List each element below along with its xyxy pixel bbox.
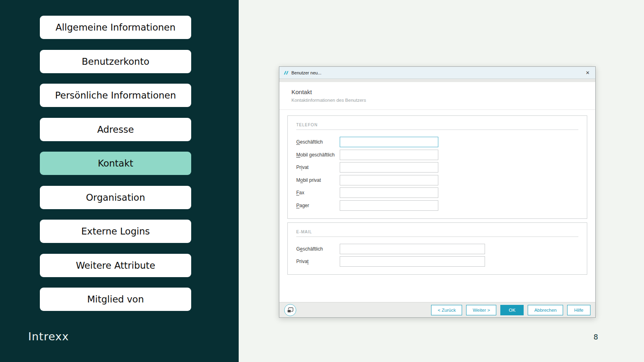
form-row: Fax (296, 187, 578, 198)
close-icon[interactable]: ✕ (584, 70, 591, 75)
input-privat-telefon[interactable] (340, 162, 438, 173)
page-subtitle: Kontaktinformationen des Benutzers (291, 98, 595, 103)
page-title: Kontakt (291, 88, 595, 95)
sidebar-step-personliche-informationen[interactable]: Persönliche Informationen (40, 84, 191, 107)
sidebar-step-weitere-attribute[interactable]: Weitere Attribute (40, 254, 191, 277)
dialog-titlebar[interactable]: Benutzer neu... ✕ (279, 67, 595, 79)
field-label-geschaftlich: Geschäftlich (296, 246, 340, 252)
form-row: Geschäftlich (296, 137, 578, 147)
field-label-mobil-privat: Mobil privat (296, 177, 340, 183)
email-section-label: E-MAIL (296, 230, 578, 234)
wizard-steps: Allgemeine InformationenBenutzerkontoPer… (40, 16, 191, 311)
form-row: Geschäftlich (296, 244, 578, 254)
form-row: Mobil geschäftlich (296, 150, 578, 160)
abbrechen-button[interactable]: Abbrechen (528, 305, 563, 315)
field-label-pager: Pager (296, 203, 340, 208)
hilfe-button[interactable]: Hilfe (567, 305, 590, 315)
sidebar-step-kontakt[interactable]: Kontakt (40, 152, 191, 175)
sidebar-step-organisation[interactable]: Organisation (40, 186, 191, 209)
email-rows: GeschäftlichPrivat (296, 244, 578, 267)
field-label-fax: Fax (296, 190, 340, 195)
intrexx-app-icon (283, 70, 289, 75)
slide: Allgemeine InformationenBenutzerkontoPer… (0, 0, 644, 362)
input-privat-e-mail[interactable] (340, 256, 485, 267)
label-text: ax (299, 190, 304, 195)
mnemonic-letter: o (300, 177, 303, 183)
mnemonic-letter: P (296, 203, 299, 208)
input-mobil-geschaftlich-telefon[interactable] (340, 150, 438, 160)
benutzer-neu-dialog: Benutzer neu... ✕ Kontakt Kontaktinforma… (279, 66, 596, 318)
section-divider (296, 130, 578, 130)
input-geschaftlich-telefon[interactable] (340, 137, 438, 147)
sidebar-step-externe-logins[interactable]: Externe Logins (40, 220, 191, 243)
field-label-mobil-geschaftlich: Mobil geschäftlich (296, 152, 340, 158)
sidebar-step-benutzerkonto[interactable]: Benutzerkonto (40, 50, 191, 73)
label-text: eschäftlich (300, 139, 323, 145)
label-text: bil privat (303, 177, 321, 183)
dialog-gap-strip (279, 79, 595, 82)
telefon-groupbox: TELEFON GeschäftlichMobil geschäftlichPr… (287, 115, 587, 219)
input-fax-telefon[interactable] (340, 187, 438, 198)
zurueck-button[interactable]: < Zurück (431, 305, 462, 315)
label-text: ager (299, 203, 309, 208)
presentation-display-icon[interactable] (284, 304, 296, 316)
label-text: G (296, 246, 300, 252)
field-label-geschaftlich: Geschäftlich (296, 139, 340, 145)
telefon-section-label: TELEFON (296, 123, 578, 127)
field-label-privat: Privat (296, 259, 340, 264)
mnemonic-letter: t (307, 259, 308, 264)
telefon-rows: GeschäftlichMobil geschäftlichPrivatMobi… (296, 137, 578, 211)
input-pager-telefon[interactable] (340, 200, 438, 211)
label-text: Pr (296, 165, 301, 170)
form-row: Pager (296, 200, 578, 211)
form-row: Privat (296, 256, 578, 267)
intrexx-logo: Intrexx (28, 330, 69, 343)
page-number: 8 (594, 333, 598, 341)
dialog-footer: < ZurückWeiter >OKAbbrechenHilfe (279, 302, 595, 317)
dialog-footer-buttons: < ZurückWeiter >OKAbbrechenHilfe (431, 305, 590, 315)
sidebar-step-mitglied-von[interactable]: Mitglied von (40, 288, 191, 311)
section-divider (296, 237, 578, 237)
form-row: Privat (296, 162, 578, 173)
mnemonic-letter: M (296, 152, 300, 158)
label-text: vat (302, 165, 309, 170)
field-label-privat: Privat (296, 165, 340, 170)
label-text: schäftlich (303, 246, 323, 252)
ok-button[interactable]: OK (500, 305, 524, 315)
input-mobil-privat-telefon[interactable] (340, 175, 438, 185)
dialog-header: Kontakt Kontaktinformationen des Benutze… (279, 82, 595, 110)
weiter-button[interactable]: Weiter > (466, 305, 496, 315)
sidebar-step-adresse[interactable]: Adresse (40, 118, 191, 141)
label-text: Priva (296, 259, 307, 264)
wizard-steps-sidebar: Allgemeine InformationenBenutzerkontoPer… (0, 0, 239, 362)
input-geschaftlich-e-mail[interactable] (340, 244, 485, 254)
label-text: obil geschäftlich (300, 152, 334, 158)
email-groupbox: E-MAIL GeschäftlichPrivat (287, 222, 587, 275)
form-row: Mobil privat (296, 175, 578, 185)
dialog-title: Benutzer neu... (291, 70, 584, 75)
label-text: M (296, 177, 300, 183)
mnemonic-letter: G (296, 139, 300, 145)
sidebar-step-allgemeine-informationen[interactable]: Allgemeine Informationen (40, 16, 191, 39)
dialog-body: TELEFON GeschäftlichMobil geschäftlichPr… (279, 110, 595, 302)
